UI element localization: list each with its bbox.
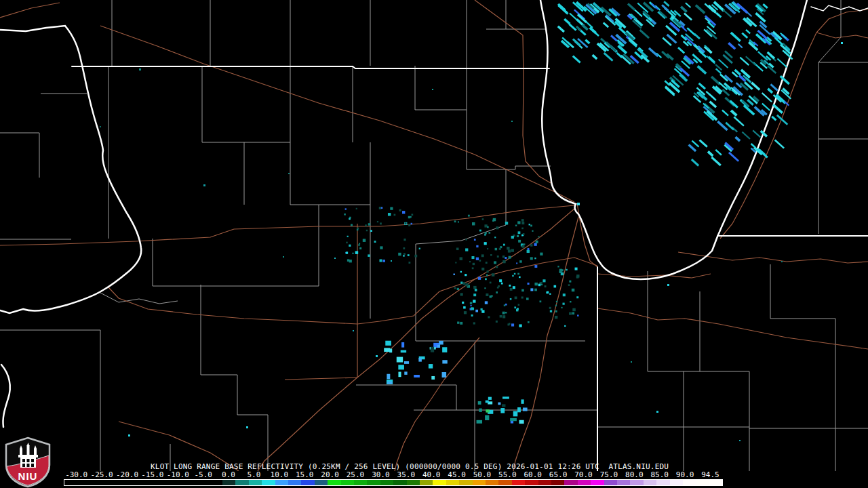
scale-label: 70.0 bbox=[571, 470, 596, 479]
radar-echo bbox=[684, 13, 692, 21]
radar-echo bbox=[379, 259, 382, 262]
scale-label: 75.0 bbox=[596, 470, 621, 479]
radar-echo bbox=[685, 3, 691, 8]
radar-echo-dot bbox=[203, 184, 205, 186]
radar-echo bbox=[384, 348, 390, 352]
radar-echo bbox=[485, 232, 487, 234]
radar-echo bbox=[774, 139, 785, 148]
radar-echo bbox=[519, 260, 522, 263]
radar-echo bbox=[530, 257, 533, 260]
radar-echo bbox=[370, 230, 372, 232]
scale-label: 65.0 bbox=[545, 470, 570, 479]
radar-echo bbox=[455, 262, 456, 263]
radar-echo bbox=[542, 279, 545, 282]
radar-echo bbox=[517, 235, 519, 237]
radar-echo bbox=[777, 58, 787, 68]
radar-echo-dot bbox=[656, 411, 658, 413]
radar-echo bbox=[471, 256, 474, 259]
radar-echo bbox=[541, 284, 542, 285]
colorbar-cell bbox=[91, 480, 104, 485]
radar-echo bbox=[472, 222, 475, 225]
colorbar-cell bbox=[446, 480, 459, 485]
radar-echo bbox=[699, 139, 708, 147]
radar-echo bbox=[457, 288, 459, 290]
radar-echo bbox=[457, 321, 459, 323]
radar-echo bbox=[592, 54, 598, 60]
radar-echo bbox=[555, 310, 557, 312]
radar-echo bbox=[767, 88, 773, 94]
radar-echo bbox=[617, 45, 627, 54]
radar-echo bbox=[359, 247, 361, 249]
radar-echo-dot bbox=[667, 284, 669, 286]
radar-echo bbox=[490, 296, 492, 298]
radar-echo bbox=[532, 230, 533, 232]
colorbar-cell bbox=[670, 480, 683, 485]
radar-echo bbox=[549, 307, 551, 309]
colorbar-cell bbox=[591, 480, 604, 485]
radar-echo bbox=[503, 244, 505, 246]
colorbar-cell bbox=[130, 480, 143, 485]
radar-echo bbox=[500, 315, 502, 317]
radar-echo bbox=[431, 347, 434, 352]
scale-label: 10.0 bbox=[267, 470, 292, 479]
radar-echo bbox=[471, 307, 473, 309]
scale-label: 85.0 bbox=[647, 470, 672, 479]
scale-label: 15.0 bbox=[292, 470, 317, 479]
radar-echo bbox=[490, 254, 492, 256]
radar-echo bbox=[534, 283, 537, 285]
radar-echo bbox=[707, 150, 714, 157]
radar-echo bbox=[502, 315, 505, 318]
radar-echo bbox=[515, 296, 517, 299]
radar-echo bbox=[505, 312, 507, 313]
radar-echo bbox=[505, 257, 507, 259]
radar-echo bbox=[738, 75, 747, 82]
radar-echo bbox=[472, 267, 474, 269]
radar-echo bbox=[572, 312, 574, 314]
radar-echo bbox=[519, 324, 521, 327]
colorbar-cell bbox=[328, 480, 340, 485]
radar-echo bbox=[711, 76, 721, 85]
radar-echo bbox=[473, 300, 475, 302]
radar-echo bbox=[517, 308, 519, 310]
radar-echo bbox=[534, 243, 536, 246]
radar-echo bbox=[513, 411, 518, 416]
radar-echo bbox=[454, 220, 456, 222]
radar-echo bbox=[476, 245, 478, 247]
radar-echo bbox=[562, 303, 564, 305]
radar-echo bbox=[488, 397, 492, 400]
radar-echo bbox=[494, 237, 496, 238]
radar-echo bbox=[479, 260, 481, 262]
radar-echo bbox=[408, 262, 410, 264]
radar-echo bbox=[538, 284, 541, 287]
colorbar-cell bbox=[117, 480, 130, 485]
radar-echo bbox=[486, 409, 489, 413]
radar-echo bbox=[517, 273, 519, 275]
radar-echo bbox=[387, 382, 392, 384]
scale-label: 25.0 bbox=[342, 470, 368, 479]
radar-echo bbox=[477, 420, 482, 424]
radar-echo bbox=[518, 240, 521, 243]
colorbar-cell bbox=[341, 480, 354, 485]
radar-echo bbox=[497, 256, 499, 258]
radar-echo bbox=[381, 207, 382, 208]
colorbar-cell bbox=[683, 480, 696, 485]
radar-echo bbox=[473, 322, 475, 324]
radar-echo bbox=[352, 253, 353, 254]
colorbar-cell bbox=[709, 480, 722, 485]
radar-echo bbox=[507, 247, 509, 249]
radar-echo bbox=[564, 18, 570, 25]
radar-echo bbox=[474, 239, 476, 241]
radar-echo bbox=[380, 246, 382, 249]
niu-logo: NIU bbox=[3, 436, 53, 488]
radar-echo bbox=[576, 26, 582, 31]
scale-label: -25.0 bbox=[89, 470, 114, 479]
radar-echo bbox=[484, 287, 486, 289]
radar-echo bbox=[521, 222, 524, 224]
radar-echo bbox=[569, 312, 572, 315]
radar-echo bbox=[734, 136, 741, 142]
radar-echo bbox=[385, 341, 391, 346]
colorbar-cell bbox=[288, 480, 301, 485]
radar-echo bbox=[711, 157, 721, 166]
radar-echo bbox=[572, 289, 574, 291]
radar-echo bbox=[498, 403, 500, 405]
